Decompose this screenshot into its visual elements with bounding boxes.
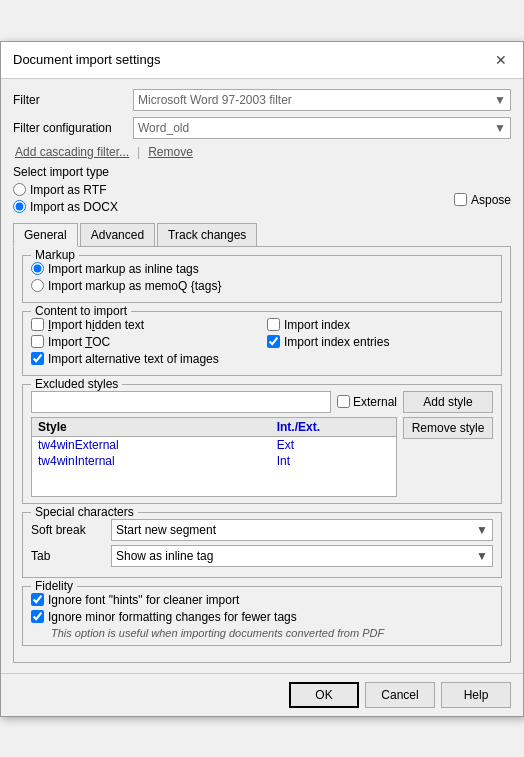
tab-track-changes[interactable]: Track changes [157, 223, 257, 246]
check-toc[interactable] [31, 335, 44, 348]
content-import-label: Content to import [31, 304, 131, 318]
tab-general[interactable]: General [13, 223, 78, 247]
check-toc-row: Import TOC [31, 335, 257, 349]
col-style-header: Style [32, 418, 271, 436]
content-import-col-right: Import index Import index entries [267, 318, 493, 369]
check-alt-text-label: Import alternative text of images [48, 352, 219, 366]
radio-rtf[interactable] [13, 183, 26, 196]
markup-section-label: Markup [31, 248, 79, 262]
filter-config-arrow-icon: ▼ [494, 121, 506, 135]
filter-config-row: Filter configuration Word_old ▼ [13, 117, 511, 139]
markup-memoq-row: Import markup as memoQ {tags} [31, 279, 493, 293]
add-cascading-link[interactable]: Add cascading filter... [15, 145, 129, 159]
filter-config-dropdown[interactable]: Word_old ▼ [133, 117, 511, 139]
radio-docx[interactable] [13, 200, 26, 213]
remove-link[interactable]: Remove [148, 145, 193, 159]
styles-input-area: External [31, 391, 397, 413]
ignore-minor-row: Ignore minor formatting changes for fewe… [31, 610, 493, 624]
cascading-separator: | [137, 145, 140, 159]
check-index[interactable] [267, 318, 280, 331]
aspose-row: Aspose [454, 193, 511, 207]
fidelity-label: Fidelity [31, 579, 77, 593]
tab-label: Tab [31, 549, 111, 563]
styles-table-area: Style Int./Ext. tw4winExternal Ext tw4wi… [31, 417, 493, 497]
close-button[interactable]: ✕ [491, 50, 511, 70]
table-row[interactable]: tw4winInternal Int [32, 453, 396, 469]
ignore-minor-checkbox[interactable] [31, 610, 44, 623]
filter-row: Filter Microsoft Word 97-2003 filter ▼ [13, 89, 511, 111]
check-index-entries-row: Import index entries [267, 335, 493, 349]
tab-value: Show as inline tag [116, 549, 213, 563]
soft-break-value: Start new segment [116, 523, 216, 537]
style-cell: tw4winInternal [32, 453, 271, 469]
style-cell: tw4winExternal [32, 437, 271, 453]
special-chars-section: Special characters Soft break Start new … [22, 512, 502, 578]
filter-dropdown[interactable]: Microsoft Word 97-2003 filter ▼ [133, 89, 511, 111]
col-intext-header: Int./Ext. [271, 418, 396, 436]
style-text-input[interactable] [31, 391, 331, 413]
soft-break-label: Soft break [31, 523, 111, 537]
import-type-label: Select import type [13, 165, 511, 179]
tab-content-general: Markup Import markup as inline tags Impo… [13, 247, 511, 663]
dialog-footer: OK Cancel Help [1, 673, 523, 716]
check-alt-text[interactable] [31, 352, 44, 365]
ignore-font-hints-checkbox[interactable] [31, 593, 44, 606]
ignore-minor-label: Ignore minor formatting changes for fewe… [48, 610, 297, 624]
title-bar: Document import settings ✕ [1, 42, 523, 79]
content-import-section: Content to import Import hidden text Imp… [22, 311, 502, 376]
table-row[interactable]: tw4winExternal Ext [32, 437, 396, 453]
tab-arrow-icon: ▼ [476, 549, 488, 563]
radio-markup-inline[interactable] [31, 262, 44, 275]
check-toc-label: Import TOC [48, 335, 110, 349]
soft-break-arrow-icon: ▼ [476, 523, 488, 537]
check-index-label: Import index [284, 318, 350, 332]
intext-cell: Ext [271, 437, 396, 453]
content-import-cols: Import hidden text Import TOC Import alt… [31, 318, 493, 369]
special-chars-label: Special characters [31, 505, 138, 519]
tab-advanced[interactable]: Advanced [80, 223, 155, 246]
fidelity-note: This option is useful when importing doc… [51, 627, 493, 639]
radio-rtf-row: Import as RTF [13, 183, 118, 197]
excluded-styles-label: Excluded styles [31, 377, 122, 391]
markup-memoq-label: Import markup as memoQ {tags} [48, 279, 221, 293]
markup-inline-label: Import markup as inline tags [48, 262, 199, 276]
remove-style-button[interactable]: Remove style [403, 417, 493, 439]
ok-button[interactable]: OK [289, 682, 359, 708]
help-button[interactable]: Help [441, 682, 511, 708]
radio-docx-label: Import as DOCX [30, 200, 118, 214]
tab-row: Tab Show as inline tag ▼ [31, 545, 493, 567]
fidelity-section: Fidelity Ignore font "hints" for cleaner… [22, 586, 502, 646]
external-label: External [353, 395, 397, 409]
cancel-button[interactable]: Cancel [365, 682, 435, 708]
check-hidden-text[interactable] [31, 318, 44, 331]
check-index-entries[interactable] [267, 335, 280, 348]
ignore-font-hints-label: Ignore font "hints" for cleaner import [48, 593, 239, 607]
radio-markup-memoq[interactable] [31, 279, 44, 292]
check-alt-text-row: Import alternative text of images [31, 352, 257, 366]
filter-config-value: Word_old [138, 121, 189, 135]
soft-break-dropdown[interactable]: Start new segment ▼ [111, 519, 493, 541]
markup-section: Markup Import markup as inline tags Impo… [22, 255, 502, 303]
check-index-row: Import index [267, 318, 493, 332]
aspose-checkbox[interactable] [454, 193, 467, 206]
styles-input-row: External Add style [31, 391, 493, 413]
check-hidden-text-label: Import hidden text [48, 318, 144, 332]
filter-label: Filter [13, 93, 133, 107]
intext-cell: Int [271, 453, 396, 469]
add-style-button[interactable]: Add style [403, 391, 493, 413]
radio-docx-row: Import as DOCX [13, 200, 118, 214]
external-checkbox[interactable] [337, 395, 350, 408]
check-index-entries-label: Import index entries [284, 335, 389, 349]
soft-break-row: Soft break Start new segment ▼ [31, 519, 493, 541]
filter-arrow-icon: ▼ [494, 93, 506, 107]
external-check-row: External [337, 395, 397, 409]
radio-rtf-label: Import as RTF [30, 183, 106, 197]
ignore-font-hints-row: Ignore font "hints" for cleaner import [31, 593, 493, 607]
markup-inline-row: Import markup as inline tags [31, 262, 493, 276]
check-hidden-text-row: Import hidden text [31, 318, 257, 332]
import-type-section: Select import type Import as RTF Import … [13, 165, 511, 217]
tab-dropdown[interactable]: Show as inline tag ▼ [111, 545, 493, 567]
import-type-options: Import as RTF Import as DOCX Aspose [13, 183, 511, 217]
cascading-row: Add cascading filter... | Remove [13, 145, 511, 159]
tabs-bar: General Advanced Track changes [13, 223, 511, 247]
